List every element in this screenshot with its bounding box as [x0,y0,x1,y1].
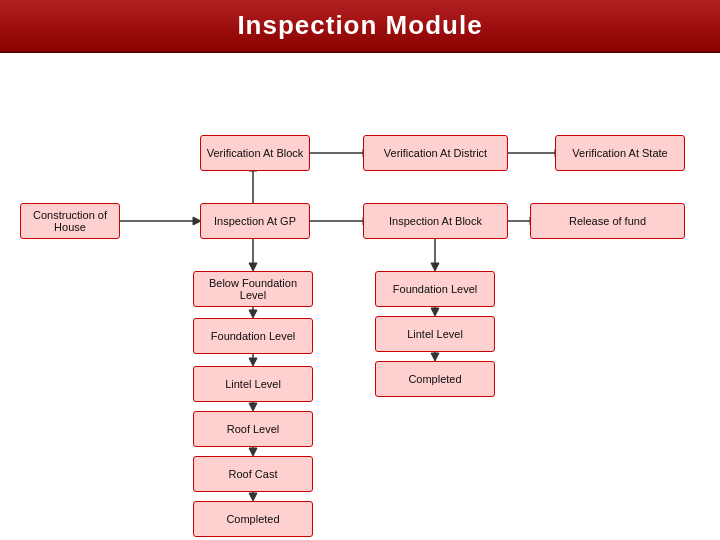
verification-at-district-box: Verification At District [363,135,508,171]
svg-marker-21 [249,448,257,456]
arrows-layer [0,53,720,540]
completed-right-box: Completed [375,361,495,397]
svg-marker-27 [431,308,439,316]
roof-level-box: Roof Level [193,411,313,447]
svg-marker-19 [249,403,257,411]
page-header: Inspection Module [0,0,720,53]
below-foundation-level-box: Below Foundation Level [193,271,313,307]
svg-marker-17 [249,358,257,366]
release-of-fund-box: Release of fund [530,203,685,239]
svg-marker-23 [249,493,257,501]
foundation-level-left-box: Foundation Level [193,318,313,354]
svg-marker-15 [249,310,257,318]
foundation-level-right-box: Foundation Level [375,271,495,307]
verification-at-block-box: Verification At Block [200,135,310,171]
svg-marker-25 [431,263,439,271]
verification-at-state-box: Verification At State [555,135,685,171]
inspection-at-block-box: Inspection At Block [363,203,508,239]
roof-cast-box: Roof Cast [193,456,313,492]
completed-left-box: Completed [193,501,313,537]
page-title: Inspection Module [237,10,482,40]
construction-of-house-box: Construction of House [20,203,120,239]
lintel-level-right-box: Lintel Level [375,316,495,352]
svg-marker-13 [249,263,257,271]
svg-marker-29 [431,353,439,361]
inspection-at-gp-box: Inspection At GP [200,203,310,239]
main-content: Verification At Block Verification At Di… [0,53,720,540]
lintel-level-left-box: Lintel Level [193,366,313,402]
